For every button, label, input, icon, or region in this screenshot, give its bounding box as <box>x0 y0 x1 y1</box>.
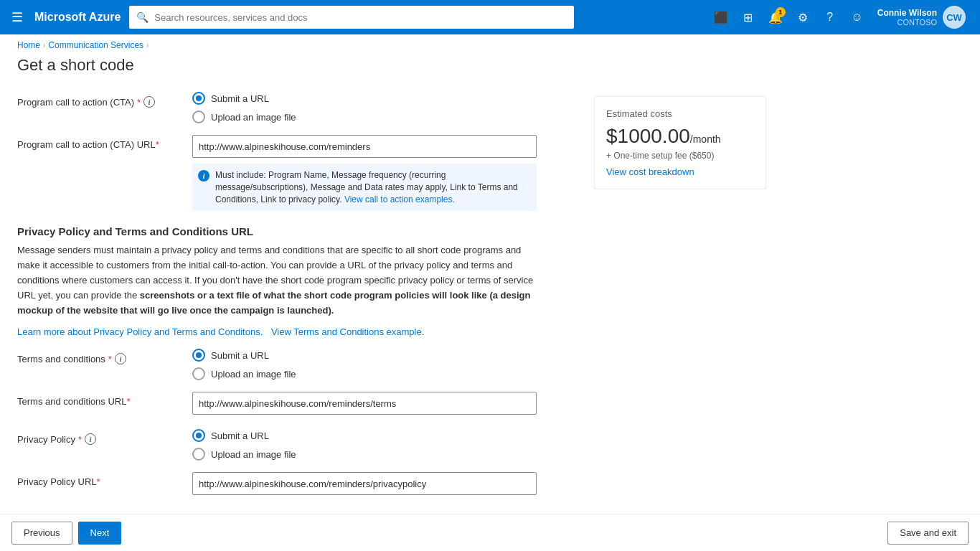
search-icon: 🔍 <box>136 11 149 23</box>
previous-button[interactable]: Previous <box>11 522 72 545</box>
privacy-policy-url-input[interactable] <box>192 472 537 495</box>
privacy-policy-row: Privacy Policy * i Submit a URL <box>17 429 577 461</box>
program-cta-controls: Submit a URL Upload an image file <box>192 92 577 123</box>
breadcrumb: Home › Communication Services › <box>0 34 980 56</box>
user-org: CONTOSO <box>877 18 937 27</box>
program-cta-row: Program call to action (CTA) * i Submit … <box>17 92 577 123</box>
main-content: Get a short code Program call to action … <box>0 56 980 527</box>
required-star-url: * <box>156 139 159 150</box>
info-box: i Must include: Program Name, Message fr… <box>192 164 537 211</box>
radio-group-cta: Submit a URL Upload an image file <box>192 92 577 123</box>
privacy-section-heading: Privacy Policy and Terms and Conditions … <box>17 225 577 237</box>
topnav-icons: ⬛ ⊞ 🔔 1 ⚙ ? ☺ Connie Wilson CONTOSO CW <box>708 3 971 32</box>
terms-conditions-url-row: Terms and conditions URL* <box>17 392 577 415</box>
radio-upload-image[interactable]: Upload an image file <box>192 110 577 123</box>
radio-tc-upload-image-btn[interactable] <box>192 367 205 380</box>
footer: Previous Next Save and exit <box>0 514 980 551</box>
info-box-text: Must include: Program Name, Message freq… <box>215 169 531 205</box>
radio-upload-image-btn[interactable] <box>192 110 205 123</box>
tc-info-icon[interactable]: i <box>115 353 126 364</box>
radio-group-tc: Submit a URL Upload an image file <box>192 349 577 380</box>
program-cta-label: Program call to action (CTA) * i <box>17 92 175 108</box>
terms-conditions-url-controls <box>192 392 577 415</box>
radio-tc-submit-url[interactable]: Submit a URL <box>192 349 577 362</box>
radio-group-pp: Submit a URL Upload an image file <box>192 429 577 461</box>
radio-pp-submit-url-btn[interactable] <box>192 429 205 442</box>
required-star-tc: * <box>108 354 112 364</box>
topnav: ☰ Microsoft Azure 🔍 ⬛ ⊞ 🔔 1 ⚙ ? ☺ Connie… <box>0 0 980 34</box>
cost-period: /month <box>690 133 721 145</box>
terms-conditions-url-input[interactable] <box>192 392 537 415</box>
cost-main-amount: $1000.00/month <box>606 125 754 148</box>
radio-tc-submit-url-label: Submit a URL <box>211 350 269 361</box>
privacy-policy-url-controls <box>192 472 577 495</box>
radio-upload-image-label: Upload an image file <box>211 112 296 123</box>
terms-conditions-controls: Submit a URL Upload an image file <box>192 349 577 380</box>
radio-tc-upload-image[interactable]: Upload an image file <box>192 367 577 380</box>
terms-conditions-label: Terms and conditions * i <box>17 349 175 364</box>
radio-pp-submit-url[interactable]: Submit a URL <box>192 429 577 442</box>
terms-conditions-row: Terms and conditions * i Submit a URL <box>17 349 577 380</box>
program-cta-url-label: Program call to action (CTA) URL* <box>17 135 175 150</box>
info-icon-circle: i <box>198 170 209 182</box>
brand-logo: Microsoft Azure <box>34 11 121 24</box>
program-cta-url-input[interactable] <box>192 135 537 158</box>
directory-icon[interactable]: ⊞ <box>735 4 761 30</box>
pp-info-icon[interactable]: i <box>85 433 96 445</box>
breadcrumb-sep-1: › <box>43 42 45 50</box>
cost-panel: Estimated costs $1000.00/month + One-tim… <box>594 96 766 189</box>
radio-submit-url-label: Submit a URL <box>211 93 269 104</box>
breadcrumb-home[interactable]: Home <box>17 40 40 50</box>
program-cta-url-controls: i Must include: Program Name, Message fr… <box>192 135 577 211</box>
footer-spacer: Save and exit <box>887 522 969 545</box>
required-star: * <box>137 97 141 108</box>
save-exit-button[interactable]: Save and exit <box>887 522 969 545</box>
notifications-icon[interactable]: 🔔 1 <box>763 4 788 30</box>
privacy-policy-url-row: Privacy Policy URL* <box>17 472 577 495</box>
privacy-section-links: Learn more about Privacy Policy and Term… <box>17 326 577 337</box>
cloud-shell-icon[interactable]: ⬛ <box>708 4 734 30</box>
radio-pp-upload-image-label: Upload an image file <box>211 449 296 460</box>
form-area: Get a short code Program call to action … <box>17 56 577 509</box>
radio-pp-upload-image-btn[interactable] <box>192 448 205 461</box>
radio-pp-upload-image[interactable]: Upload an image file <box>192 448 577 461</box>
radio-tc-upload-image-label: Upload an image file <box>211 369 296 380</box>
breadcrumb-sep-2: › <box>146 42 149 50</box>
cost-setup-fee: + One-time setup fee ($650) <box>606 151 754 161</box>
privacy-view-example-link[interactable]: View Terms and Conditions example. <box>271 326 424 337</box>
cost-panel-title: Estimated costs <box>606 108 754 119</box>
cta-info-icon[interactable]: i <box>143 96 155 108</box>
user-info: Connie Wilson CONTOSO <box>877 8 937 27</box>
terms-conditions-url-label: Terms and conditions URL* <box>17 392 175 407</box>
hamburger-icon[interactable]: ☰ <box>9 6 26 28</box>
search-bar[interactable]: 🔍 <box>129 6 574 29</box>
privacy-policy-url-label: Privacy Policy URL* <box>17 472 175 487</box>
avatar: CW <box>943 6 966 29</box>
radio-tc-submit-url-btn[interactable] <box>192 349 205 362</box>
program-cta-url-row: Program call to action (CTA) URL* i Must… <box>17 135 577 211</box>
radio-pp-submit-url-label: Submit a URL <box>211 430 269 441</box>
info-box-link[interactable]: View call to action examples. <box>344 194 455 204</box>
user-name: Connie Wilson <box>877 8 937 18</box>
page-title: Get a short code <box>17 56 577 75</box>
notification-badge: 1 <box>776 7 786 17</box>
feedback-icon[interactable]: ☺ <box>844 4 870 30</box>
privacy-section: Privacy Policy and Terms and Conditions … <box>17 225 577 337</box>
search-input[interactable] <box>154 12 567 23</box>
privacy-learn-more-link[interactable]: Learn more about Privacy Policy and Term… <box>17 326 263 337</box>
required-star-pp: * <box>78 434 82 445</box>
privacy-policy-label: Privacy Policy * i <box>17 429 175 445</box>
radio-submit-url[interactable]: Submit a URL <box>192 92 577 105</box>
next-button[interactable]: Next <box>78 522 122 545</box>
help-icon[interactable]: ? <box>817 4 843 30</box>
breadcrumb-service[interactable]: Communication Services <box>48 40 143 50</box>
cost-breakdown-link[interactable]: View cost breakdown <box>606 166 754 177</box>
radio-submit-url-btn[interactable] <box>192 92 205 105</box>
privacy-policy-controls: Submit a URL Upload an image file <box>192 429 577 461</box>
user-profile[interactable]: Connie Wilson CONTOSO CW <box>872 3 971 32</box>
settings-icon[interactable]: ⚙ <box>790 4 816 30</box>
privacy-section-body: Message senders must maintain a privacy … <box>17 243 541 318</box>
